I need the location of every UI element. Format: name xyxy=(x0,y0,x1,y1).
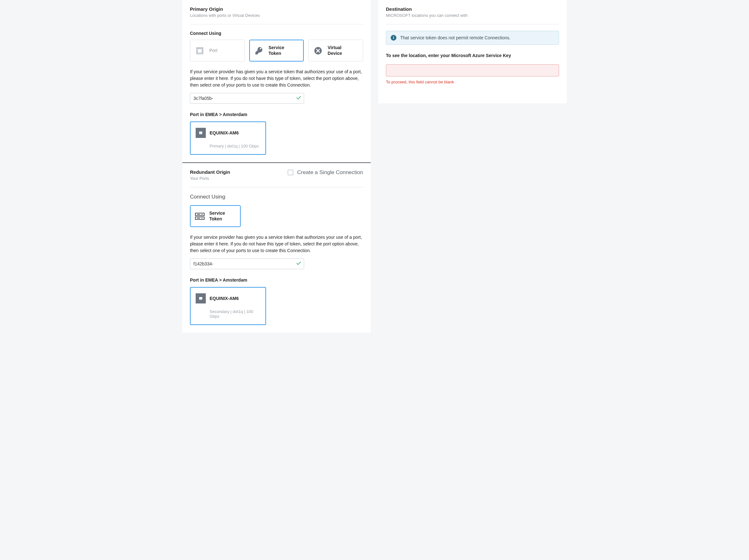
primary-port-location-heading: Port in EMEA > Amsterdam xyxy=(190,112,363,117)
single-connection-toggle[interactable]: Create a Single Connection xyxy=(287,169,363,176)
single-connection-label: Create a Single Connection xyxy=(297,169,363,176)
azure-service-key-input[interactable] xyxy=(386,64,559,77)
primary-origin-title: Primary Origin xyxy=(190,6,363,12)
svg-rect-9 xyxy=(201,134,202,135)
divider xyxy=(190,187,363,188)
primary-port-meta: Primary | dot1q | 100 Gbps xyxy=(196,144,260,148)
destination-title: Destination xyxy=(386,6,559,12)
primary-origin-subtitle: Locations with ports or Virtual Devices xyxy=(190,13,363,18)
svg-rect-6 xyxy=(199,132,202,134)
service-key-error: To proceed, this field cannot be blank xyxy=(386,80,559,84)
redundant-port-name: EQUINIX-AM6 xyxy=(210,296,239,301)
checkmark-icon xyxy=(296,95,302,102)
destination-column: Destination MICROSOFT locations you can … xyxy=(378,0,567,103)
redundant-help-text: If your service provider has given you a… xyxy=(190,234,363,254)
svg-rect-18 xyxy=(200,299,201,300)
redundant-tiles: Service Token xyxy=(190,205,244,227)
svg-rect-8 xyxy=(200,134,201,135)
info-alert: i That service token does not permit rem… xyxy=(386,31,559,45)
port-jack-icon xyxy=(196,128,206,138)
virtual-device-icon xyxy=(313,46,323,56)
svg-rect-1 xyxy=(198,49,202,52)
primary-help-text: If your service provider has given you a… xyxy=(190,68,363,88)
tile-service-token[interactable]: Service Token xyxy=(249,40,304,62)
svg-rect-19 xyxy=(201,299,202,300)
tile-virtual-device-label: Virtual Device xyxy=(327,45,342,56)
destination-subtitle: MICROSOFT locations you can connect with xyxy=(386,13,559,18)
redundant-port-location-heading: Port in EMEA > Amsterdam xyxy=(190,278,363,282)
connect-using-tiles: Port Service Token Virtual Device xyxy=(190,40,363,62)
redundant-token-input-wrap xyxy=(190,258,304,269)
redundant-port-card[interactable]: EQUINIX-AM6 Secondary | dot1q | 100 Gbps xyxy=(190,287,266,325)
primary-port-card[interactable]: EQUINIX-AM6 Primary | dot1q | 100 Gbps xyxy=(190,122,266,155)
key-icon xyxy=(254,46,264,56)
svg-rect-16 xyxy=(199,297,202,299)
redundant-tile-label: Service Token xyxy=(209,211,225,222)
redundant-service-token-input[interactable] xyxy=(190,258,304,269)
port-jack-icon xyxy=(195,46,205,56)
divider xyxy=(386,24,559,24)
tile-virtual-device[interactable]: Virtual Device xyxy=(308,40,363,62)
redundant-origin-section: Redundant Origin Your Ports Create a Sin… xyxy=(182,163,371,332)
connect-using-label: Connect Using xyxy=(190,31,363,36)
svg-rect-7 xyxy=(199,134,200,135)
ticket-icon xyxy=(195,211,205,221)
primary-port-name: EQUINIX-AM6 xyxy=(210,130,239,135)
redundant-origin-subtitle: Your Ports xyxy=(190,176,230,181)
primary-token-input-wrap xyxy=(190,93,304,104)
redundant-port-meta: Secondary | dot1q | 100 Gbps xyxy=(196,309,260,319)
info-alert-text: That service token does not permit remot… xyxy=(400,35,511,40)
primary-origin-section: Primary Origin Locations with ports or V… xyxy=(182,0,371,163)
primary-service-token-input[interactable] xyxy=(190,93,304,104)
svg-rect-2 xyxy=(198,52,199,53)
checkbox-icon xyxy=(287,170,293,175)
redundant-origin-title: Redundant Origin xyxy=(190,169,230,175)
info-icon: i xyxy=(391,35,397,41)
redundant-connect-using-label: Connect Using xyxy=(190,194,363,200)
svg-rect-3 xyxy=(199,52,200,53)
divider xyxy=(190,24,363,24)
service-key-instruction: To see the location, enter your Microsof… xyxy=(386,53,559,58)
checkmark-icon xyxy=(296,261,302,267)
svg-rect-17 xyxy=(199,299,200,300)
svg-rect-4 xyxy=(201,52,202,53)
redundant-tile-service-token[interactable]: Service Token xyxy=(190,205,241,227)
tile-port[interactable]: Port xyxy=(190,40,245,62)
origin-column: Primary Origin Locations with ports or V… xyxy=(182,0,371,332)
tile-port-label: Port xyxy=(209,48,217,53)
tile-service-token-label: Service Token xyxy=(269,45,284,56)
port-jack-icon xyxy=(196,293,206,303)
